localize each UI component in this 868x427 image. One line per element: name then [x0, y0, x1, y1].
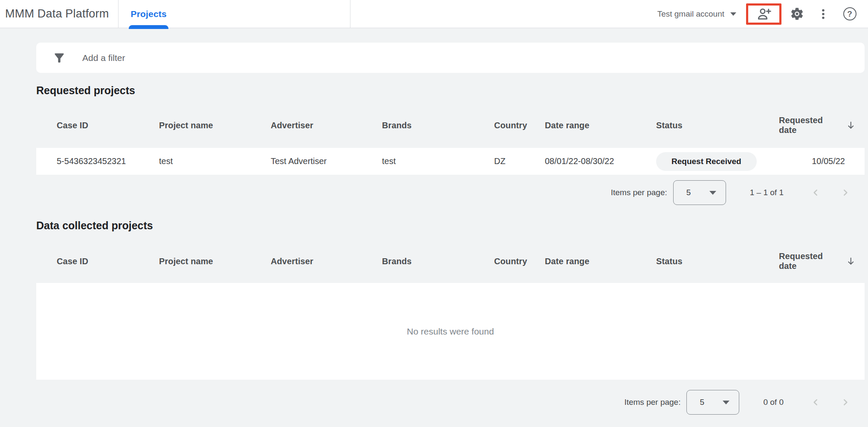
col-header-date-range: Date range	[545, 121, 656, 130]
page-size-value: 5	[686, 188, 691, 197]
filter-placeholder: Add a filter	[82, 53, 125, 63]
app-title: MMM Data Platform	[0, 7, 118, 20]
pagination-nav	[809, 396, 852, 409]
status-badge: Request Received	[656, 152, 757, 171]
col-header-case-id: Case ID	[57, 121, 159, 130]
col-header-advertiser: Advertiser	[271, 121, 382, 130]
chevron-right-icon	[840, 187, 851, 198]
col-header-project-name: Project name	[159, 257, 271, 266]
previous-page-button[interactable]	[809, 186, 822, 199]
pagination-nav	[809, 186, 852, 199]
page-size-value: 5	[700, 398, 704, 407]
empty-results-panel: No results were found	[36, 283, 865, 380]
col-header-status: Status	[656, 121, 779, 130]
cell-requested-date: 10/05/22	[779, 156, 856, 166]
page-range-label: 1 – 1 of 1	[750, 188, 784, 197]
collected-table-header: Case ID Project name Advertiser Brands C…	[36, 251, 865, 272]
chevron-right-icon	[840, 397, 851, 408]
chevron-left-icon	[810, 397, 821, 408]
col-header-case-id: Case ID	[57, 257, 159, 266]
cell-country: DZ	[494, 156, 545, 166]
help-glyph: ?	[847, 9, 852, 19]
active-tab-indicator	[129, 25, 168, 29]
col-header-date-range: Date range	[545, 257, 656, 266]
previous-page-button[interactable]	[809, 396, 822, 409]
section-title-collected: Data collected projects	[36, 219, 865, 232]
page-range-label: 0 of 0	[763, 398, 784, 407]
page-size-select[interactable]: 5	[673, 180, 726, 205]
settings-button[interactable]	[784, 2, 810, 26]
sort-descending-icon	[846, 256, 856, 266]
app-header: MMM Data Platform Projects Test gmail ac…	[0, 0, 868, 28]
col-header-requested-date[interactable]: Requested date	[779, 115, 856, 135]
add-user-button[interactable]	[748, 6, 779, 23]
cell-status: Request Received	[656, 152, 779, 171]
next-page-button[interactable]	[839, 396, 852, 409]
col-header-country: Country	[494, 121, 545, 130]
header-divider-2	[350, 0, 350, 28]
filter-icon	[52, 51, 66, 65]
next-page-button[interactable]	[839, 186, 852, 199]
col-header-brands: Brands	[382, 257, 494, 266]
annotation-highlight-box	[746, 3, 781, 25]
more-vert-icon	[817, 7, 830, 21]
items-per-page-label: Items per page:	[611, 188, 667, 197]
col-header-country: Country	[494, 257, 545, 266]
person-add-icon	[756, 6, 772, 22]
select-caret-icon	[709, 191, 716, 195]
col-header-status: Status	[656, 257, 779, 266]
col-header-advertiser: Advertiser	[271, 257, 382, 266]
table-row[interactable]: 5-5436323452321 test Test Advertiser tes…	[36, 148, 865, 175]
more-options-button[interactable]	[810, 2, 836, 26]
requested-table-header: Case ID Project name Advertiser Brands C…	[36, 115, 865, 136]
empty-state-message: No results were found	[407, 326, 494, 337]
requested-pagination: Items per page: 5 1 – 1 of 1	[36, 180, 865, 205]
cell-project-name: test	[159, 156, 271, 166]
main-content: Add a filter Requested projects Case ID …	[36, 43, 865, 415]
sort-descending-icon	[846, 120, 856, 130]
items-per-page-label: Items per page:	[624, 398, 680, 407]
page-size-select[interactable]: 5	[686, 390, 739, 415]
help-icon: ?	[843, 7, 856, 20]
chevron-down-icon	[730, 12, 736, 16]
select-caret-icon	[723, 401, 729, 404]
col-header-brands: Brands	[382, 121, 494, 130]
cell-date-range: 08/01/22-08/30/22	[545, 156, 656, 166]
gear-icon	[790, 6, 804, 21]
tab-projects[interactable]: Projects	[119, 0, 178, 28]
cell-brands: test	[382, 156, 494, 166]
help-button[interactable]: ?	[836, 2, 863, 26]
account-menu[interactable]: Test gmail account	[657, 9, 736, 19]
account-label: Test gmail account	[657, 9, 724, 19]
collected-pagination: Items per page: 5 0 of 0	[36, 389, 865, 415]
filter-input[interactable]: Add a filter	[36, 43, 865, 73]
section-title-requested: Requested projects	[36, 84, 865, 97]
cell-advertiser: Test Advertiser	[271, 156, 382, 166]
tab-projects-label: Projects	[130, 9, 166, 19]
col-header-requested-date[interactable]: Requested date	[779, 251, 856, 271]
cell-case-id: 5-5436323452321	[57, 156, 159, 166]
col-header-project-name: Project name	[159, 121, 271, 130]
chevron-left-icon	[810, 187, 821, 198]
